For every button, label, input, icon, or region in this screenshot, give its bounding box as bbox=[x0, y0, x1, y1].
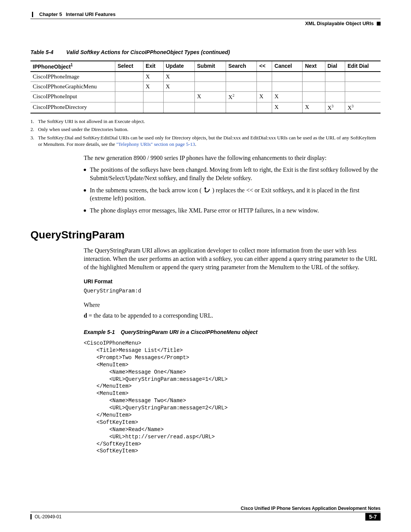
example-caption: Example 5-1 QueryStringParam URI in a Ci… bbox=[84, 329, 381, 336]
col-ipphoneobject: IPPhoneObject bbox=[33, 64, 71, 70]
intro-paragraph: The new generation 8900 / 9900 series IP… bbox=[84, 154, 381, 162]
uri-format-code: QueryStringParam:d bbox=[84, 288, 381, 295]
table-cell bbox=[257, 102, 272, 113]
header-square-icon bbox=[377, 22, 381, 26]
col-next: Next bbox=[303, 61, 325, 72]
chapter-title: Internal URI Features bbox=[66, 11, 116, 17]
table-cell: X bbox=[194, 91, 226, 102]
table-cell bbox=[272, 81, 303, 91]
col-editdial: Edit Dial bbox=[345, 61, 381, 72]
bullet-2: In the submenu screens, the back arrow i… bbox=[90, 186, 381, 203]
row-name: CiscoIPPhoneGraphicMenu bbox=[30, 81, 115, 91]
page-footer: Cisco Unified IP Phone Services Applicat… bbox=[30, 506, 381, 521]
table-cell: X3 bbox=[345, 102, 381, 113]
table-row: CiscoIPPhoneDirectoryXXX3X3 bbox=[30, 102, 381, 113]
table-cell: X bbox=[163, 81, 194, 91]
table-cell: X3 bbox=[325, 102, 345, 113]
row-name: CiscoIPPhoneDirectory bbox=[30, 102, 115, 113]
softkey-table: IPPhoneObject1 Select Exit Update Submit… bbox=[30, 61, 381, 113]
table-cell bbox=[163, 91, 194, 102]
table-cell bbox=[226, 81, 257, 91]
page-header: Chapter 5 Internal URI Features bbox=[30, 11, 381, 17]
table-cell bbox=[226, 72, 257, 82]
table-header-row: IPPhoneObject1 Select Exit Update Submit… bbox=[30, 61, 381, 72]
col-exit: Exit bbox=[143, 61, 163, 72]
table-cell bbox=[115, 72, 143, 82]
section-paragraph: The QueryStringParam URI allows an appli… bbox=[84, 246, 381, 271]
table-cell bbox=[325, 72, 345, 82]
table-cell bbox=[303, 72, 325, 82]
table-cell bbox=[345, 91, 381, 102]
section-heading: QueryStringParam bbox=[30, 229, 381, 241]
table-row: CiscoIPPhoneImageXX bbox=[30, 72, 381, 82]
footnote-3: The SoftKey:Dial and SoftKey:EditDial UR… bbox=[38, 134, 381, 148]
table-cell: X bbox=[143, 72, 163, 82]
table-cell bbox=[194, 72, 226, 82]
table-cell bbox=[115, 91, 143, 102]
col-cancel: Cancel bbox=[272, 61, 303, 72]
table-number: Table 5-4 bbox=[30, 49, 53, 55]
bullet-3: The phone displays error messages, like … bbox=[90, 206, 319, 215]
back-arrow-icon bbox=[203, 187, 211, 192]
page-number-badge: 5-7 bbox=[365, 513, 381, 521]
footer-doc-title: Cisco Unified IP Phone Services Applicat… bbox=[30, 506, 381, 511]
table-row: CiscoIPPhoneGraphicMenuXX bbox=[30, 81, 381, 91]
where-label: Where bbox=[84, 301, 381, 309]
table-cell: X bbox=[272, 91, 303, 102]
row-name: CiscoIPPhoneImage bbox=[30, 72, 115, 82]
col-ipphoneobject-sup: 1 bbox=[71, 63, 73, 67]
table-cell bbox=[194, 81, 226, 91]
bullet-1: The positions of the sofkeys have been c… bbox=[90, 166, 381, 182]
code-block: <CiscoIPPhoneMenu> <Title>Message List</… bbox=[84, 340, 381, 455]
table-footnotes: 1.The SoftKey URI is not allowed in an E… bbox=[30, 118, 381, 148]
table-cell: X bbox=[303, 102, 325, 113]
header-section-label: XML Displayable Object URIs bbox=[305, 21, 374, 26]
footnote-2: Only when used under the Directories but… bbox=[38, 126, 128, 133]
table-cell bbox=[303, 91, 325, 102]
telephony-uris-link[interactable]: "Telephony URIs" section on page 5-13 bbox=[116, 141, 195, 147]
table-cell bbox=[194, 102, 226, 113]
uri-format-heading: URI Format bbox=[84, 278, 381, 285]
table-cell: X bbox=[163, 72, 194, 82]
table-cell bbox=[325, 91, 345, 102]
table-cell bbox=[115, 81, 143, 91]
chapter-number: Chapter 5 bbox=[39, 11, 62, 17]
table-cell bbox=[257, 72, 272, 82]
table-cell bbox=[345, 81, 381, 91]
header-bar-icon bbox=[32, 12, 33, 17]
table-cell bbox=[143, 91, 163, 102]
row-name: CiscoIPPhoneInput bbox=[30, 91, 115, 102]
table-cell bbox=[163, 102, 194, 113]
col-dial: Dial bbox=[325, 61, 345, 72]
table-cell: X bbox=[257, 91, 272, 102]
table-cell: X bbox=[272, 102, 303, 113]
table-title: Valid Softkey Actions for CiscoIPPhoneOb… bbox=[66, 49, 230, 55]
bullet-icon bbox=[84, 169, 86, 171]
col-search: Search bbox=[226, 61, 257, 72]
table-cell bbox=[226, 102, 257, 113]
col-back: << bbox=[257, 61, 272, 72]
where-line: d = the data to be appended to a corresp… bbox=[84, 312, 381, 320]
col-update: Update bbox=[163, 61, 194, 72]
table-cell bbox=[257, 81, 272, 91]
col-submit: Submit bbox=[194, 61, 226, 72]
table-cell: X2 bbox=[226, 91, 257, 102]
table-cell bbox=[303, 81, 325, 91]
table-cell bbox=[345, 72, 381, 82]
col-select: Select bbox=[115, 61, 143, 72]
table-cell bbox=[325, 81, 345, 91]
page: Chapter 5 Internal URI Features XML Disp… bbox=[0, 0, 411, 532]
table-cell bbox=[272, 72, 303, 82]
table-caption: Table 5-4 Valid Softkey Actions for Cisc… bbox=[30, 49, 381, 55]
footer-doc-id: OL-20949-01 bbox=[35, 514, 62, 519]
table-row: CiscoIPPhoneInputXX2XX bbox=[30, 91, 381, 102]
table-cell bbox=[143, 102, 163, 113]
footnote-1: The SoftKey URI is not allowed in an Exe… bbox=[38, 118, 145, 125]
bullet-icon bbox=[84, 189, 86, 192]
table-cell: X bbox=[143, 81, 163, 91]
table-cell bbox=[115, 102, 143, 113]
bullet-icon bbox=[84, 209, 86, 212]
footer-bar-icon bbox=[30, 514, 32, 519]
